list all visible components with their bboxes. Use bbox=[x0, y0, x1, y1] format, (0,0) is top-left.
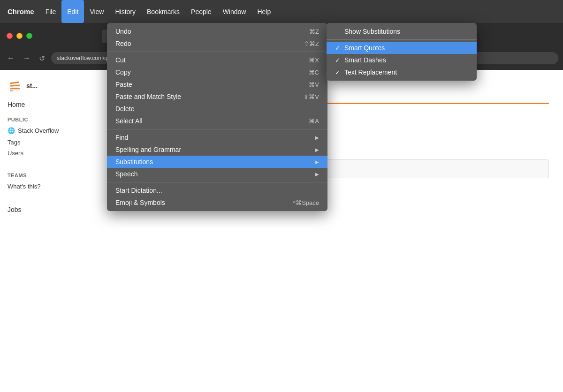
smart-dashes-label: Smart Dashes bbox=[344, 56, 386, 64]
paste-match-shortcut: ⇧⌘V bbox=[304, 93, 319, 100]
paste-label: Paste bbox=[115, 81, 132, 88]
sidebar-users[interactable]: Users bbox=[0, 148, 103, 158]
menubar-help[interactable]: Help bbox=[251, 0, 276, 23]
sidebar-item-home[interactable]: Home bbox=[0, 97, 103, 112]
redo-label: Redo bbox=[115, 40, 131, 47]
substitutions-submenu: ✓ Show Substitutions ✓ Smart Quotes ✓ Sm… bbox=[327, 23, 477, 81]
menu-item-redo[interactable]: Redo ⇧⌘Z bbox=[107, 38, 327, 50]
submenu-item-smart-quotes[interactable]: ✓ Smart Quotes bbox=[327, 42, 477, 54]
close-button[interactable] bbox=[7, 33, 13, 39]
svg-rect-9 bbox=[10, 90, 20, 90]
menubar-bookmarks[interactable]: Bookmarks bbox=[141, 0, 185, 23]
spelling-label: Spelling and Grammar bbox=[115, 146, 181, 153]
sidebar-tags[interactable]: Tags bbox=[0, 137, 103, 148]
find-submenu-arrow: ▶ bbox=[315, 135, 319, 140]
menu-item-delete[interactable]: Delete bbox=[107, 103, 327, 115]
menu-item-dictation[interactable]: Start Dictation... bbox=[107, 184, 327, 196]
cut-label: Cut bbox=[115, 56, 126, 64]
separator-1 bbox=[107, 52, 327, 52]
minimize-button[interactable] bbox=[16, 33, 23, 39]
text-replacement-check: ✓ bbox=[335, 69, 342, 76]
menubar-people[interactable]: People bbox=[185, 0, 217, 23]
show-substitutions-label: Show Substitutions bbox=[344, 28, 400, 35]
menu-item-undo[interactable]: Undo ⌘Z bbox=[107, 25, 327, 38]
sidebar-stackoverflow-label: Stack Overflow bbox=[18, 127, 59, 134]
submenu-separator bbox=[327, 39, 477, 40]
menu-item-cut[interactable]: Cut ⌘X bbox=[107, 54, 327, 66]
menubar: Chrome File Edit View History Bookmarks … bbox=[0, 0, 563, 23]
select-all-label: Select All bbox=[115, 117, 143, 125]
menu-item-emoji[interactable]: Emoji & Symbols ^⌘Space bbox=[107, 196, 327, 209]
speech-label: Speech bbox=[115, 170, 137, 178]
sidebar: st... Home PUBLIC 🌐 Stack Overflow Tags … bbox=[0, 70, 103, 392]
dictation-label: Start Dictation... bbox=[115, 187, 162, 194]
speech-submenu-arrow: ▶ bbox=[315, 172, 319, 177]
tags-label: Tags bbox=[8, 139, 95, 146]
menu-item-paste[interactable]: Paste ⌘V bbox=[107, 78, 327, 90]
menubar-window[interactable]: Window bbox=[217, 0, 252, 23]
emoji-label: Emoji & Symbols bbox=[115, 199, 165, 206]
sidebar-item-jobs[interactable]: Jobs bbox=[0, 202, 103, 217]
menu-item-substitutions[interactable]: Substitutions ▶ bbox=[107, 156, 327, 168]
spelling-submenu-arrow: ▶ bbox=[315, 147, 319, 152]
sidebar-section-public: PUBLIC bbox=[0, 112, 103, 124]
undo-label: Undo bbox=[115, 28, 131, 35]
delete-label: Delete bbox=[115, 105, 134, 113]
so-logo-icon bbox=[8, 78, 23, 93]
menu-item-find[interactable]: Find ▶ bbox=[107, 131, 327, 143]
separator-2 bbox=[107, 129, 327, 129]
smart-quotes-check: ✓ bbox=[335, 45, 342, 52]
maximize-button[interactable] bbox=[26, 33, 32, 39]
redo-shortcut: ⇧⌘Z bbox=[304, 40, 319, 47]
text-replacement-label: Text Replacement bbox=[344, 68, 397, 76]
sidebar-item-stackoverflow[interactable]: 🌐 Stack Overflow bbox=[0, 124, 103, 137]
sidebar-whats-this[interactable]: What's this? bbox=[0, 180, 103, 193]
menubar-chrome[interactable]: Chrome bbox=[0, 0, 40, 23]
substitutions-label: Substitutions bbox=[115, 158, 153, 166]
back-button[interactable]: ← bbox=[5, 53, 17, 63]
substitutions-submenu-arrow: ▶ bbox=[315, 159, 319, 165]
menu-item-spelling[interactable]: Spelling and Grammar ▶ bbox=[107, 143, 327, 156]
whats-this-label: What's this? bbox=[8, 183, 40, 190]
submenu-item-smart-dashes[interactable]: ✓ Smart Dashes bbox=[327, 54, 477, 66]
menubar-history[interactable]: History bbox=[109, 0, 141, 23]
menu-item-paste-match[interactable]: Paste and Match Style ⇧⌘V bbox=[107, 90, 327, 103]
sidebar-section-teams: TEAMS bbox=[0, 168, 103, 180]
svg-rect-7 bbox=[10, 88, 20, 89]
menubar-view[interactable]: View bbox=[84, 0, 109, 23]
menu-item-copy[interactable]: Copy ⌘C bbox=[107, 66, 327, 78]
smart-dashes-check: ✓ bbox=[335, 57, 342, 64]
site-logo[interactable]: st... bbox=[0, 75, 103, 97]
cut-shortcut: ⌘X bbox=[309, 57, 319, 64]
site-name: st... bbox=[26, 82, 38, 90]
menu-item-select-all[interactable]: Select All ⌘A bbox=[107, 115, 327, 127]
globe-icon: 🌐 bbox=[8, 127, 15, 134]
users-label: Users bbox=[8, 150, 95, 157]
menubar-edit[interactable]: Edit bbox=[61, 0, 84, 23]
submenu-item-text-replacement[interactable]: ✓ Text Replacement bbox=[327, 66, 477, 78]
copy-label: Copy bbox=[115, 68, 131, 76]
undo-shortcut: ⌘Z bbox=[309, 28, 319, 35]
find-label: Find bbox=[115, 134, 128, 141]
paste-shortcut: ⌘V bbox=[309, 81, 319, 88]
reload-button[interactable]: ↺ bbox=[37, 53, 47, 64]
copy-shortcut: ⌘C bbox=[309, 69, 319, 76]
submenu-item-show-substitutions[interactable]: ✓ Show Substitutions bbox=[327, 25, 477, 38]
emoji-shortcut: ^⌘Space bbox=[293, 199, 319, 206]
menu-item-speech[interactable]: Speech ▶ bbox=[107, 168, 327, 180]
menubar-file[interactable]: File bbox=[40, 0, 62, 23]
edit-menu-dropdown: Undo ⌘Z Redo ⇧⌘Z Cut ⌘X Copy ⌘C Paste ⌘V… bbox=[107, 23, 327, 211]
separator-3 bbox=[107, 182, 327, 182]
paste-match-label: Paste and Match Style bbox=[115, 93, 181, 100]
forward-button[interactable]: → bbox=[21, 53, 33, 63]
smart-quotes-label: Smart Quotes bbox=[344, 44, 385, 52]
select-all-shortcut: ⌘A bbox=[309, 118, 319, 125]
